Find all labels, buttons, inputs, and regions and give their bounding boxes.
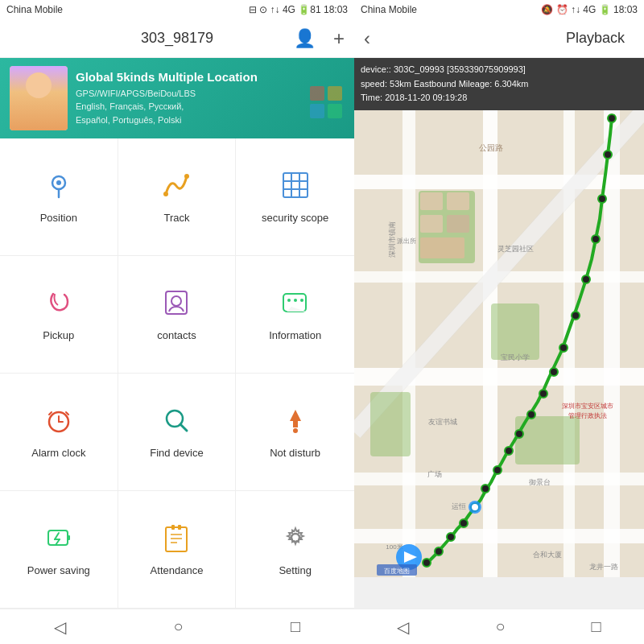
left-header: 303_98179 👤 + xyxy=(0,19,354,58)
svg-point-75 xyxy=(604,151,612,159)
map-container[interactable]: 公园路 深圳市镇南 派出所 灵芝园社区 宝民小学 友谊书城 深圳市宝安区城市 管… xyxy=(354,110,644,609)
right-status-icons: 🔕 ⏰ ↑↓ 4G 🔋 18:03 xyxy=(541,4,638,15)
svg-text:百度地图: 百度地图 xyxy=(384,568,410,575)
right-header: ‹ Playback xyxy=(354,19,644,58)
svg-rect-37 xyxy=(178,525,181,530)
right-menu-button[interactable]: □ xyxy=(575,611,617,642)
grid-item-security-scope[interactable]: security scope xyxy=(236,138,354,256)
speed-info: speed: 53km Eastbound Mileage: 6.304km xyxy=(361,77,638,92)
grid-item-attendance[interactable]: Attendance xyxy=(118,491,237,609)
svg-text:管理行政执法: 管理行政执法 xyxy=(568,412,607,419)
svg-text:深圳市镇南: 深圳市镇南 xyxy=(388,221,396,257)
svg-rect-40 xyxy=(354,175,644,189)
device-id: 303_98179 xyxy=(141,30,213,47)
security-scope-label: security scope xyxy=(262,212,328,224)
svg-point-8 xyxy=(184,174,189,179)
svg-point-92 xyxy=(423,559,431,567)
right-home-button[interactable]: ○ xyxy=(479,611,521,642)
svg-text:灵芝园社区: 灵芝园社区 xyxy=(497,245,534,253)
svg-point-91 xyxy=(435,547,443,555)
svg-point-86 xyxy=(493,466,502,474)
svg-line-24 xyxy=(180,424,187,431)
playback-back-button[interactable]: ‹ xyxy=(364,27,370,50)
svg-text:龙井一路: 龙井一路 xyxy=(589,563,618,571)
svg-rect-3 xyxy=(328,104,342,118)
setting-label: Setting xyxy=(279,564,311,576)
svg-point-77 xyxy=(592,235,600,243)
find-device-icon xyxy=(161,405,192,440)
feature-grid: Position Track security scope xyxy=(0,138,354,609)
left-status-icons: ⊟ ⊙ ↑↓ 4G 🔋81 18:03 xyxy=(249,4,348,15)
grid-item-information[interactable]: Information xyxy=(236,256,354,374)
svg-rect-36 xyxy=(171,525,175,530)
svg-point-84 xyxy=(515,430,523,438)
svg-rect-0 xyxy=(310,86,324,101)
left-carrier: China Mobile xyxy=(6,4,63,15)
banner-decoration-icon xyxy=(306,82,346,122)
add-device-button[interactable]: + xyxy=(333,27,345,50)
playback-info-bar: device:: 303C_09993 [359339075909993] sp… xyxy=(354,58,644,110)
grid-item-setting[interactable]: Setting xyxy=(236,491,354,609)
find-device-label: Find device xyxy=(150,447,203,459)
svg-point-80 xyxy=(559,344,568,352)
grid-item-contacts[interactable]: contacts xyxy=(118,256,237,374)
grid-item-power-saving[interactable]: Power saving xyxy=(0,491,118,609)
attendance-icon xyxy=(161,522,192,558)
svg-rect-55 xyxy=(420,192,443,210)
svg-rect-45 xyxy=(402,110,415,577)
grid-item-pickup[interactable]: Pickup xyxy=(0,256,118,374)
svg-rect-1 xyxy=(328,86,342,101)
left-panel: China Mobile ⊟ ⊙ ↑↓ 4G 🔋81 18:03 303_981… xyxy=(0,0,354,644)
track-icon xyxy=(161,170,192,205)
right-carrier: China Mobile xyxy=(361,4,417,15)
svg-rect-25 xyxy=(293,421,298,427)
right-status-bar: China Mobile 🔕 ⏰ ↑↓ 4G 🔋 18:03 xyxy=(354,0,644,19)
svg-point-85 xyxy=(505,447,513,455)
svg-line-29 xyxy=(55,533,59,539)
grid-item-position[interactable]: Position xyxy=(0,138,118,256)
svg-point-17 xyxy=(287,299,291,302)
svg-rect-53 xyxy=(370,392,411,456)
grid-item-track[interactable]: Track xyxy=(118,138,237,256)
position-icon xyxy=(43,170,74,205)
svg-point-89 xyxy=(460,519,468,527)
svg-point-19 xyxy=(300,299,303,302)
map-svg: 公园路 深圳市镇南 派出所 灵芝园社区 宝民小学 友谊书城 深圳市宝安区城市 管… xyxy=(354,110,644,577)
attendance-label: Attendance xyxy=(151,564,204,576)
svg-rect-52 xyxy=(491,303,539,360)
power-saving-label: Power saving xyxy=(27,564,90,576)
track-label: Track xyxy=(163,212,189,224)
svg-point-79 xyxy=(572,312,580,320)
right-back-button[interactable]: ◁ xyxy=(381,611,425,643)
left-status-bar: China Mobile ⊟ ⊙ ↑↓ 4G 🔋81 18:03 xyxy=(0,0,354,19)
grid-item-find-device[interactable]: Find device xyxy=(118,374,237,491)
grid-item-not-disturb[interactable]: Not disturb xyxy=(236,374,354,491)
svg-text:广场: 广场 xyxy=(427,470,442,478)
svg-rect-59 xyxy=(420,237,464,258)
power-saving-icon xyxy=(43,522,74,558)
left-home-button[interactable]: ○ xyxy=(157,611,199,642)
device-info: device:: 303C_09993 [359339075909993] xyxy=(361,63,638,77)
svg-line-31 xyxy=(56,539,60,545)
user-profile-button[interactable]: 👤 xyxy=(294,28,316,49)
svg-point-7 xyxy=(163,192,168,196)
svg-rect-56 xyxy=(447,192,469,210)
banner-text: Global 5kinds Multiple Location GPS//WIF… xyxy=(76,70,258,127)
left-menu-button[interactable]: □ xyxy=(275,611,316,642)
svg-text:运恒: 运恒 xyxy=(452,502,466,510)
svg-point-15 xyxy=(171,296,181,306)
not-disturb-icon xyxy=(280,405,311,440)
svg-point-83 xyxy=(527,411,535,419)
svg-point-18 xyxy=(294,299,297,302)
grid-item-alarm-clock[interactable]: Alarm clock xyxy=(0,374,118,491)
svg-text:深圳市宝安区城市: 深圳市宝安区城市 xyxy=(562,402,613,410)
left-back-button[interactable]: ◁ xyxy=(38,611,82,643)
svg-text:御景台: 御景台 xyxy=(529,478,551,486)
svg-point-87 xyxy=(481,485,489,493)
svg-point-26 xyxy=(293,428,298,433)
svg-point-94 xyxy=(472,504,478,510)
svg-rect-57 xyxy=(420,215,443,233)
banner-subtitle: GPS//WIFI/APGS/BeiDou/LBS xyxy=(76,87,258,101)
svg-rect-28 xyxy=(68,535,70,540)
contacts-icon xyxy=(161,287,192,323)
